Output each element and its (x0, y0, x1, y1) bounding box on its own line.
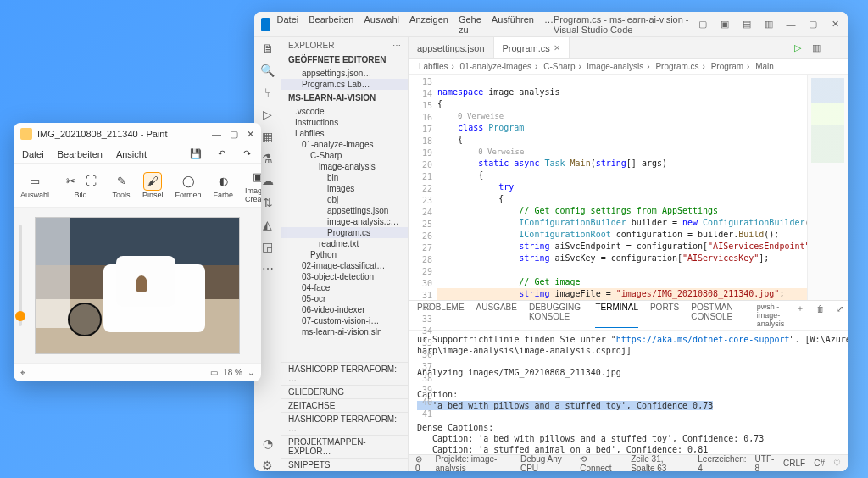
sidebar-section[interactable]: PROJEKTMAPPEN-EXPLOR… (281, 435, 408, 458)
close-icon[interactable]: ✕ (247, 129, 254, 140)
layout-icon[interactable]: ▢ (697, 19, 709, 31)
tree-node[interactable]: images (281, 183, 408, 194)
menu-file[interactable]: Datei (22, 149, 44, 159)
tree-node[interactable]: 05-ocr (281, 293, 408, 304)
azure-icon[interactable]: ◭ (262, 219, 274, 231)
close-icon[interactable]: ✕ (829, 19, 841, 31)
more-icon[interactable]: ⋯ (262, 263, 274, 275)
minimize-icon[interactable]: — (785, 19, 797, 31)
menu-file[interactable]: Datei (277, 14, 299, 35)
more-icon[interactable]: ⋯ (392, 41, 401, 50)
run-icon[interactable]: ▷ (792, 42, 804, 54)
tree-node[interactable]: obj (281, 194, 408, 205)
status-errors[interactable]: ⊘ 0 (415, 454, 427, 472)
crop-icon[interactable]: ✂ (61, 172, 80, 191)
resize-icon[interactable]: ⛶ (81, 172, 100, 191)
menu-edit[interactable]: Bearbeiten (58, 149, 103, 159)
open-editor-item[interactable]: Program.cs Lab… (281, 79, 408, 90)
save-icon[interactable]: 💾 (190, 148, 202, 160)
tools-icon[interactable]: ✎ (112, 172, 131, 191)
remote-icon[interactable]: ☁ (262, 175, 274, 186)
status-config[interactable]: Debug Any CPU (520, 454, 571, 472)
menu-run[interactable]: Ausführen (492, 14, 534, 35)
open-editors-header[interactable]: GEÖFFNETE EDITOREN (281, 53, 408, 66)
image-creator-icon[interactable]: ▣ (248, 168, 261, 186)
layout2-icon[interactable]: ▣ (719, 19, 731, 31)
panel-tab-debug[interactable]: DEBUGGING-KONSOLE (529, 303, 583, 328)
paint-canvas[interactable] (14, 208, 261, 363)
menu-go[interactable]: Gehe zu (459, 14, 481, 35)
tree-node[interactable]: image-analysis (281, 161, 408, 172)
explorer-icon[interactable]: 🗎 (262, 42, 274, 54)
minimap[interactable] (807, 75, 848, 300)
tree-node[interactable]: 07-custom-vision-i… (281, 315, 408, 326)
code-editor[interactable]: namespace image_analysis { 0 Verweise cl… (437, 75, 807, 300)
maximize-panel-icon[interactable]: ⤢ (837, 303, 843, 314)
status-indent[interactable]: Leerzeichen: 4 (698, 454, 746, 472)
menu-edit[interactable]: Bearbeiten (309, 14, 353, 35)
layout4-icon[interactable]: ▥ (763, 19, 775, 31)
sidebar-section[interactable]: SNIPPETS (281, 458, 408, 471)
project-header[interactable]: MS-LEARN-AI-VISION (281, 92, 408, 104)
menu-selection[interactable]: Auswahl (364, 14, 399, 35)
terminal-output[interactable]: ur Supportrichtlinie finden Sie unter "h… (409, 331, 848, 454)
vscode-menubar[interactable]: Datei Bearbeiten Auswahl Anzeigen Gehe z… (277, 14, 554, 35)
terminal-shell-label[interactable]: pwsh - image-analysis (757, 303, 785, 328)
open-editor-item[interactable]: appsettings.json… (281, 68, 408, 79)
tree-node[interactable]: 04-face (281, 282, 408, 293)
account-icon[interactable]: ◔ (262, 437, 274, 449)
docker-icon[interactable]: ◲ (262, 241, 274, 253)
undo-icon[interactable]: ↶ (215, 148, 227, 160)
sidebar-section[interactable]: HASHICORP TERRAFORM: … (281, 412, 408, 435)
zoom-slider[interactable] (19, 225, 22, 326)
layout3-icon[interactable]: ▤ (741, 19, 753, 31)
tree-node[interactable]: 01-analyze-images (281, 139, 408, 150)
search-icon[interactable]: 🔍 (262, 64, 274, 76)
tree-node[interactable]: readme.txt (281, 238, 408, 249)
new-terminal-icon[interactable]: ＋ (796, 303, 804, 314)
panel-tab-ports[interactable]: PORTS (650, 303, 679, 328)
test-icon[interactable]: ⚗ (262, 153, 274, 164)
tree-node[interactable]: bin (281, 172, 408, 183)
status-project[interactable]: Projekte: image-analysis (436, 454, 512, 472)
redo-icon[interactable]: ↷ (241, 148, 253, 160)
sidebar-section[interactable]: ZEITACHSE (281, 398, 408, 412)
trash-icon[interactable]: 🗑 (816, 303, 825, 314)
sidebar-section[interactable]: HASHICORP TERRAFORM: … (281, 362, 408, 385)
tree-node[interactable]: C-Sharp (281, 150, 408, 161)
status-connect[interactable]: ⟲ Connect (580, 454, 614, 472)
tree-node[interactable]: Instructions (281, 117, 408, 128)
tree-node[interactable]: 06-video-indexer (281, 304, 408, 315)
sidebar-section[interactable]: GLIEDERUNG (281, 385, 408, 398)
tree-node[interactable]: Python (281, 249, 408, 260)
maximize-icon[interactable]: ▢ (807, 19, 819, 31)
maximize-icon[interactable]: ▢ (230, 129, 238, 140)
extensions-icon[interactable]: ▦ (262, 131, 274, 142)
status-eol[interactable]: CRLF (783, 459, 805, 468)
tree-node[interactable]: ms-learn-ai-vision.sln (281, 326, 408, 337)
menu-overflow[interactable]: … (544, 14, 554, 35)
tree-node[interactable]: Labfiles (281, 128, 408, 139)
tree-node[interactable]: Program.cs (281, 227, 408, 238)
minimize-icon[interactable]: — (212, 129, 221, 140)
split-icon[interactable]: ▥ (810, 42, 822, 54)
panel-tab-postman[interactable]: POSTMAN CONSOLE (691, 303, 732, 328)
menu-view[interactable]: Anzeigen (409, 14, 448, 35)
status-position[interactable]: Zeile 31, Spalte 63 (631, 454, 689, 472)
source-control-icon[interactable]: ⑂ (262, 86, 274, 98)
run-debug-icon[interactable]: ▷ (262, 108, 274, 120)
status-feedback[interactable]: ♡ (833, 459, 841, 468)
paint-menubar[interactable]: Datei Bearbeiten Ansicht 💾 ↶ ↷ (14, 145, 261, 164)
close-icon[interactable]: ✕ (554, 43, 560, 53)
pull-request-icon[interactable]: ⇅ (262, 197, 274, 208)
color-icon[interactable]: ◐ (214, 172, 232, 191)
tree-node[interactable]: image-analysis.c… (281, 216, 408, 227)
more-icon[interactable]: ⋯ (829, 42, 841, 54)
brush-icon[interactable]: 🖌 (143, 172, 162, 191)
panel-tab-terminal[interactable]: TERMINAL (595, 303, 638, 328)
panel-tab-output[interactable]: AUSGABE (476, 303, 517, 328)
status-lang[interactable]: C# (814, 459, 825, 468)
status-encoding[interactable]: UTF-8 (755, 454, 776, 472)
breadcrumb[interactable]: Labfiles› 01-analyze-images› C-Sharp› im… (409, 59, 848, 75)
select-tool-icon[interactable]: ▭ (25, 172, 44, 191)
